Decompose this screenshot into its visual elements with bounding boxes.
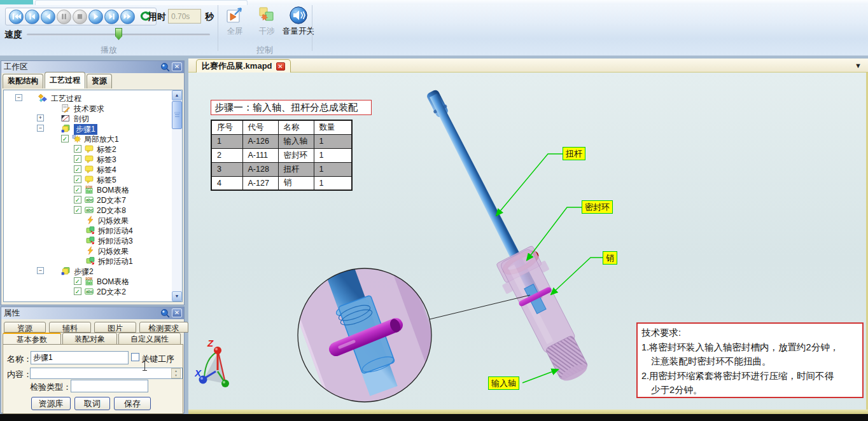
flash-icon [86, 246, 95, 255]
key-process-checkbox[interactable] [131, 353, 139, 361]
properties-tab-资源[interactable]: 资源 [4, 322, 46, 333]
content-field[interactable] [30, 368, 183, 379]
speed-slider-thumb[interactable] [115, 28, 122, 40]
bom-cell: 4 [211, 176, 242, 190]
visibility-checkbox[interactable]: ✓ [74, 287, 81, 295]
visibility-checkbox[interactable]: ✓ [74, 176, 81, 183]
properties-tab-基本参数[interactable]: 基本参数 [3, 333, 61, 345]
tree-item[interactable]: 技术要求 [4, 103, 173, 113]
section-cut-icon [61, 114, 70, 123]
tree-item[interactable]: −步骤2 [4, 266, 173, 276]
tree-item[interactable]: 拆卸活动4 [4, 225, 173, 235]
visibility-checkbox[interactable]: ✓ [74, 206, 81, 214]
viewport-bottom-border [188, 410, 868, 414]
tree-item-label[interactable]: 2D文本2 [97, 287, 126, 298]
tree-item[interactable]: ✓标签5 [4, 174, 173, 184]
pause-button[interactable] [57, 10, 71, 24]
skip-to-start-button[interactable] [9, 10, 24, 24]
ribbon-separator [312, 5, 312, 51]
step-forward-button[interactable] [104, 10, 119, 24]
properties-tab-自定义属性[interactable]: 自定义属性 [118, 333, 181, 345]
collapse-icon[interactable]: − [15, 94, 22, 101]
part-label[interactable]: 输入轴 [488, 376, 519, 390]
collapse-icon[interactable]: − [37, 267, 44, 274]
part-label[interactable]: 扭杆 [563, 147, 585, 160]
workspace-tab-工艺过程[interactable]: 工艺过程 [45, 72, 85, 88]
properties-tab-检测要求[interactable]: 检测要求 [139, 322, 188, 333]
tree-item[interactable]: 拆卸活动3 [4, 235, 173, 245]
ribbon-tab-outline [35, 0, 248, 5]
workspace-tab-装配结构[interactable]: 装配结构 [3, 74, 43, 88]
volume-toggle-button[interactable]: 音量开关 [284, 6, 313, 37]
detail-view [281, 231, 460, 410]
visibility-checkbox[interactable]: ✓ [74, 165, 81, 173]
tree-item[interactable]: ✓BOMBOM表格 [4, 184, 173, 195]
tree-item[interactable]: ✓abc2D文本2 [4, 286, 173, 296]
tree-item[interactable]: ✓BOMBOM表格 [4, 276, 173, 286]
tree-item[interactable]: ✓标签4 [4, 164, 173, 174]
step-backward-button[interactable] [25, 10, 39, 24]
elapsed-time-label: 用时 [148, 11, 166, 23]
part-label[interactable]: 密封环 [582, 200, 613, 214]
tree-item[interactable]: ✓abc2D文本8 [4, 205, 173, 215]
document-tab[interactable]: 比赛作品展.kmapd ✕ [196, 59, 291, 72]
tab-list-dropdown-icon[interactable]: ▼ [855, 62, 862, 69]
workspace-tab-资源[interactable]: 资源 [87, 74, 112, 88]
workspace-panel-close-icon[interactable]: ✕ [172, 62, 182, 71]
fullscreen-button[interactable]: 全屏 [220, 6, 249, 37]
visibility-checkbox[interactable]: ✓ [61, 135, 69, 142]
tree-item[interactable]: 拆卸活动1 [4, 256, 173, 266]
bom-cell: A-111 [242, 148, 278, 162]
properties-tab-装配对象[interactable]: 装配对象 [62, 333, 117, 345]
expand-icon[interactable]: + [37, 114, 44, 121]
tree-item[interactable]: 闪烁效果 [4, 245, 173, 256]
properties-tab-图片[interactable]: 图片 [94, 322, 136, 333]
save-button[interactable]: 保存 [114, 397, 151, 410]
bom-table: 序号代号名称数量1A-126输入轴12A-111密封环13A-128扭杆14A-… [211, 120, 353, 191]
label-icon [85, 144, 94, 153]
visibility-checkbox[interactable]: ✓ [74, 145, 81, 153]
workspace-panel-title: 工作区 [4, 62, 28, 72]
name-field[interactable] [31, 351, 129, 364]
fast-forward-button[interactable] [120, 10, 135, 24]
visibility-checkbox[interactable]: ✓ [74, 277, 81, 285]
axis-triad: Z X [195, 337, 239, 394]
tree-item[interactable]: ✓标签3 [4, 154, 173, 164]
tree-item[interactable]: −工艺过程 [4, 93, 173, 103]
tree-item[interactable]: ✓abc2D文本7 [4, 195, 173, 205]
tree-item[interactable]: ✓标签2 [4, 144, 173, 154]
visibility-checkbox[interactable]: ✓ [74, 196, 81, 204]
scrollbar-thumb[interactable] [172, 101, 182, 129]
svg-text:abc: abc [86, 208, 94, 212]
collapse-icon[interactable]: − [37, 125, 44, 132]
stop-button[interactable] [73, 10, 87, 24]
panel-pin-icon[interactable] [160, 308, 170, 317]
disassembly-icon [86, 236, 95, 245]
visibility-checkbox[interactable]: ✓ [74, 155, 81, 163]
resource-library-button[interactable]: 资源库 [31, 397, 71, 410]
scroll-down-icon[interactable]: ▼ [172, 291, 182, 301]
tree-item[interactable]: 闪烁效果 [4, 215, 173, 225]
text-icon: abc [85, 205, 94, 214]
tech-requirement-line: 2.用密封环缩紧套将密封环进行压缩，时间不得 [641, 369, 858, 383]
panel-pin-icon[interactable] [160, 62, 170, 71]
play-button[interactable] [88, 10, 103, 24]
interference-button[interactable]: 干涉 [252, 6, 281, 37]
tree-item[interactable]: −步骤1 [4, 123, 173, 134]
tech-req-icon [61, 104, 70, 113]
properties-panel-close-icon[interactable]: ✕ [172, 308, 182, 317]
visibility-checkbox[interactable]: ✓ [74, 186, 81, 193]
3d-viewport[interactable]: 步骤一：输入轴、扭杆分总成装配 序号代号名称数量1A-126输入轴12A-111… [188, 72, 868, 410]
pick-word-button[interactable]: 取词 [74, 397, 110, 410]
tree-scrollbar[interactable]: ▲ ▼ [172, 90, 182, 301]
tree-item[interactable]: ✓局部放大1 [4, 134, 173, 144]
elapsed-time-input[interactable] [168, 9, 201, 24]
content-spinner[interactable]: ▲▼ [171, 368, 181, 378]
tree-item[interactable]: +剖切 [4, 113, 173, 123]
scroll-up-icon[interactable]: ▲ [172, 90, 182, 100]
properties-tab-辅料[interactable]: 辅料 [49, 322, 91, 333]
document-tab-close-icon[interactable]: ✕ [276, 62, 285, 71]
part-label[interactable]: 销 [603, 251, 617, 265]
play-backward-button[interactable] [41, 10, 55, 24]
inspection-type-field[interactable] [71, 380, 148, 392]
